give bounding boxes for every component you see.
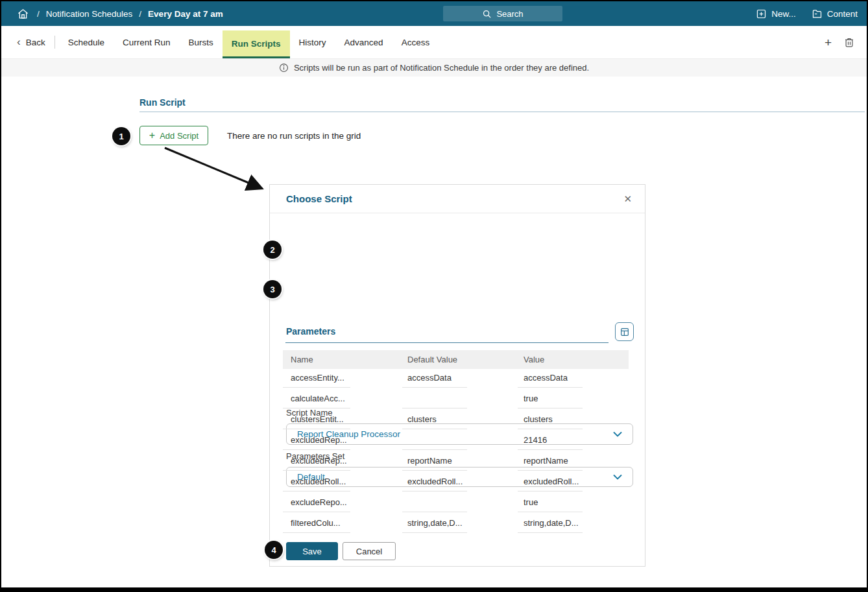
cancel-button[interactable]: Cancel <box>343 542 396 560</box>
table-row: clustersEntit... clusters clusters <box>283 410 629 431</box>
tab-schedule[interactable]: Schedule <box>59 26 114 58</box>
content-button-label: Content <box>827 9 858 19</box>
breadcrumb: / Notification Schedules / Every Day at … <box>17 8 223 20</box>
cell-default-value[interactable]: reportName <box>402 453 467 471</box>
column-header-default-value: Default Value <box>407 350 457 369</box>
cell-value[interactable]: 21416 <box>518 432 583 450</box>
cell-value[interactable]: reportName <box>518 453 583 471</box>
cell-default-value[interactable]: clusters <box>402 411 467 429</box>
plus-icon: + <box>149 130 155 141</box>
tab-current-run[interactable]: Current Run <box>114 26 180 58</box>
cell-default-value[interactable] <box>402 390 467 408</box>
folder-icon <box>812 8 823 19</box>
choose-script-modal: Choose Script ✕ Script Name Report Clean… <box>269 184 645 567</box>
annotation-step-1: 1 <box>112 127 130 145</box>
header-actions: New... Content <box>756 1 858 26</box>
breadcrumb-item-current: Every Day at 7 am <box>148 9 223 19</box>
breadcrumb-separator: / <box>139 9 141 19</box>
column-settings-button[interactable] <box>615 322 634 341</box>
info-banner: Scripts will be run as part of Notificat… <box>1 58 867 77</box>
trash-icon[interactable] <box>843 36 855 49</box>
tabbar-actions: + <box>825 26 855 58</box>
table-row: excludedRep... 21416 <box>283 431 629 452</box>
search-placeholder: Search <box>496 9 523 19</box>
breadcrumb-separator: / <box>37 9 40 19</box>
parameters-rule <box>285 342 609 343</box>
annotation-step-2: 2 <box>263 241 282 259</box>
table-row: excludedRoll... excludedRoll... excluded… <box>283 473 629 493</box>
annotation-step-4: 4 <box>265 541 283 559</box>
tab-bar: ‹ Back Schedule Current Run Bursts Run S… <box>1 26 867 58</box>
cell-default-value[interactable] <box>402 494 467 512</box>
cell-default-value[interactable]: accessData <box>402 370 467 388</box>
search-input[interactable]: Search <box>443 6 562 21</box>
tab-history[interactable]: History <box>290 26 335 58</box>
table-row: excludeRepo... true <box>283 493 629 514</box>
tab-advanced[interactable]: Advanced <box>335 26 392 58</box>
cell-value[interactable]: accessData <box>518 370 583 388</box>
new-button-label: New... <box>771 9 796 19</box>
cell-value[interactable]: true <box>518 494 583 512</box>
section-rule <box>139 112 865 112</box>
home-icon[interactable] <box>17 8 29 20</box>
cell-name[interactable]: filteredColu... <box>283 515 350 533</box>
content-button[interactable]: Content <box>812 8 858 19</box>
save-button[interactable]: Save <box>286 542 338 560</box>
back-button-label: Back <box>26 38 45 47</box>
cell-name[interactable]: excludeRepo... <box>283 494 350 512</box>
table-row: accessEntity... accessData accessData <box>283 369 629 390</box>
cell-value[interactable]: true <box>518 390 583 408</box>
breadcrumb-item-schedules[interactable]: Notification Schedules <box>46 9 133 19</box>
new-button[interactable]: New... <box>756 8 796 19</box>
cell-value[interactable]: clusters <box>518 411 583 429</box>
info-icon <box>279 63 289 73</box>
annotation-arrow <box>157 141 274 199</box>
app-window: / Notification Schedules / Every Day at … <box>0 0 868 592</box>
parameters-table: Name Default Value Value accessEntity...… <box>283 350 629 535</box>
modal-header: Choose Script ✕ <box>270 185 645 213</box>
tab-run-scripts[interactable]: Run Scripts <box>223 30 290 58</box>
empty-grid-message: There are no run scripts in the grid <box>227 131 361 141</box>
table-row: calculateAcc... true <box>283 390 629 410</box>
search-icon <box>482 9 492 19</box>
cell-default-value[interactable] <box>402 432 467 450</box>
cell-value[interactable]: string,date,D... <box>518 515 583 533</box>
parameters-table-header: Name Default Value Value <box>283 350 629 369</box>
parameters-title: Parameters <box>286 326 335 337</box>
add-script-label: Add Script <box>160 131 199 141</box>
plus-square-icon <box>756 8 767 19</box>
cell-name[interactable]: excludedRep... <box>283 453 350 471</box>
close-icon[interactable]: ✕ <box>621 192 634 206</box>
table-row: excludedRep... reportName reportName <box>283 452 629 473</box>
back-button[interactable]: ‹ Back <box>17 38 54 47</box>
table-row: filteredColu... string,date,D... string,… <box>283 514 629 535</box>
cell-default-value[interactable]: excludedRoll... <box>402 473 467 491</box>
tab-bursts[interactable]: Bursts <box>180 26 223 58</box>
run-script-section-title: Run Script <box>139 97 186 108</box>
chevron-left-icon: ‹ <box>17 36 21 47</box>
tabbar-divider <box>54 36 55 49</box>
cell-value[interactable]: excludedRoll... <box>518 473 583 491</box>
modal-title: Choose Script <box>286 193 352 204</box>
tab-access[interactable]: Access <box>392 26 439 58</box>
info-banner-text: Scripts will be run as part of Notificat… <box>294 63 589 73</box>
cell-default-value[interactable]: string,date,D... <box>402 515 467 533</box>
cell-name[interactable]: calculateAcc... <box>283 390 350 408</box>
column-header-name: Name <box>291 350 313 369</box>
cell-name[interactable]: clustersEntit... <box>283 411 350 429</box>
cell-name[interactable]: excludedRep... <box>283 432 350 450</box>
cell-name[interactable]: excludedRoll... <box>283 473 350 491</box>
cell-name[interactable]: accessEntity... <box>283 370 350 388</box>
column-header-value: Value <box>524 350 544 369</box>
annotation-step-3: 3 <box>263 280 282 298</box>
top-header: / Notification Schedules / Every Day at … <box>1 1 867 26</box>
add-icon[interactable]: + <box>825 36 832 49</box>
grid-icon <box>620 327 630 337</box>
